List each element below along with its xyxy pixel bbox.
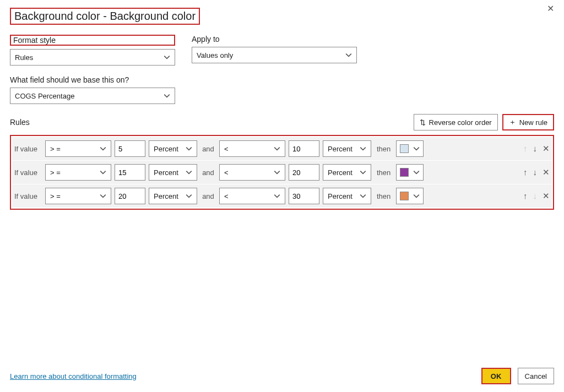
if-value-label: If value xyxy=(14,168,42,177)
operator2-select[interactable]: < xyxy=(219,140,285,157)
chevron-down-icon xyxy=(100,193,106,199)
new-rule-button[interactable]: ＋ New rule xyxy=(502,114,554,130)
apply-to-label: Apply to xyxy=(192,35,357,43)
operator1-value: > = xyxy=(50,145,61,153)
cancel-button[interactable]: Cancel xyxy=(518,368,554,384)
operator2-value: < xyxy=(224,168,229,177)
chevron-down-icon xyxy=(186,169,192,176)
unit2-select[interactable]: Percent xyxy=(323,140,371,157)
new-rule-label: New rule xyxy=(519,118,547,127)
apply-to-select[interactable]: Values only xyxy=(192,47,357,63)
operator2-select[interactable]: < xyxy=(219,164,285,181)
operator1-value: > = xyxy=(50,168,61,177)
chevron-down-icon xyxy=(164,54,170,61)
unit1-select[interactable]: Percent xyxy=(149,140,197,157)
move-down-icon[interactable]: ↓ xyxy=(533,167,538,177)
unit1-value: Percent xyxy=(154,145,178,153)
chevron-down-icon xyxy=(413,145,420,152)
reverse-color-order-label: Reverse color order xyxy=(429,118,492,127)
delete-rule-icon[interactable]: ✕ xyxy=(543,191,550,201)
unit2-value: Percent xyxy=(328,192,352,200)
move-up-icon: ↑ xyxy=(523,144,528,154)
chevron-down-icon xyxy=(186,145,192,152)
value1-input[interactable] xyxy=(115,188,145,204)
unit1-value: Percent xyxy=(154,192,178,200)
color-swatch xyxy=(400,192,409,200)
move-up-icon[interactable]: ↑ xyxy=(523,191,528,201)
and-label: and xyxy=(200,168,216,177)
value2-input[interactable] xyxy=(289,164,319,181)
move-down-icon[interactable]: ↓ xyxy=(533,144,538,154)
learn-more-link[interactable]: Learn more about conditional formatting xyxy=(10,372,137,380)
then-label: then xyxy=(375,145,393,153)
unit2-value: Percent xyxy=(328,145,352,153)
operator1-select[interactable]: > = xyxy=(45,188,111,204)
value2-input[interactable] xyxy=(289,188,319,204)
operator2-value: < xyxy=(224,145,229,153)
unit1-value: Percent xyxy=(154,168,178,177)
value1-input[interactable] xyxy=(115,164,145,181)
reverse-color-order-button[interactable]: ⇅ Reverse color order xyxy=(414,114,498,130)
if-value-label: If value xyxy=(14,145,42,153)
field-select[interactable]: COGS Percentage xyxy=(10,88,175,104)
chevron-down-icon xyxy=(100,169,106,176)
chevron-down-icon xyxy=(274,145,280,152)
apply-to-value: Values only xyxy=(197,51,233,59)
field-value: COGS Percentage xyxy=(15,92,74,100)
value2-input[interactable] xyxy=(289,140,319,157)
and-label: and xyxy=(200,145,216,153)
rule-row: If value> =Percentand<Percentthen↑↓✕ xyxy=(12,184,552,208)
sort-icon: ⇅ xyxy=(420,118,426,127)
unit2-select[interactable]: Percent xyxy=(323,164,371,181)
delete-rule-icon[interactable]: ✕ xyxy=(543,144,550,154)
color-select[interactable] xyxy=(396,140,424,157)
plus-icon: ＋ xyxy=(509,117,516,127)
color-select[interactable] xyxy=(396,188,424,204)
and-label: and xyxy=(200,192,216,200)
rules-list: If value> =Percentand<Percentthen↑↓✕If v… xyxy=(10,135,554,210)
operator1-select[interactable]: > = xyxy=(45,164,111,181)
chevron-down-icon xyxy=(413,169,420,176)
rule-row: If value> =Percentand<Percentthen↑↓✕ xyxy=(12,161,552,184)
operator1-value: > = xyxy=(50,192,61,200)
close-icon[interactable]: ✕ xyxy=(547,3,554,14)
rule-row: If value> =Percentand<Percentthen↑↓✕ xyxy=(12,137,552,161)
then-label: then xyxy=(375,168,393,177)
unit1-select[interactable]: Percent xyxy=(149,164,197,181)
operator1-select[interactable]: > = xyxy=(45,140,111,157)
chevron-down-icon xyxy=(274,169,280,176)
unit2-select[interactable]: Percent xyxy=(323,188,371,204)
color-swatch xyxy=(400,168,409,177)
chevron-down-icon xyxy=(413,193,420,199)
chevron-down-icon xyxy=(345,52,352,58)
rules-label: Rules xyxy=(10,118,30,127)
format-style-label: Format style xyxy=(10,35,175,46)
then-label: then xyxy=(375,192,393,200)
format-style-select[interactable]: Rules xyxy=(10,49,175,66)
what-field-label: What field should we base this on? xyxy=(10,75,554,84)
ok-button[interactable]: OK xyxy=(481,368,511,384)
unit2-value: Percent xyxy=(328,168,352,177)
operator2-value: < xyxy=(224,192,229,200)
chevron-down-icon xyxy=(100,145,106,152)
chevron-down-icon xyxy=(360,145,366,152)
move-up-icon[interactable]: ↑ xyxy=(523,167,528,177)
chevron-down-icon xyxy=(274,193,280,199)
color-swatch xyxy=(400,144,409,153)
value1-input[interactable] xyxy=(115,140,145,157)
chevron-down-icon xyxy=(164,92,170,99)
move-down-icon: ↓ xyxy=(533,191,538,201)
delete-rule-icon[interactable]: ✕ xyxy=(543,167,550,177)
chevron-down-icon xyxy=(360,193,366,199)
chevron-down-icon xyxy=(186,193,192,199)
chevron-down-icon xyxy=(360,169,366,176)
dialog-title: Background color - Background color xyxy=(10,8,200,25)
operator2-select[interactable]: < xyxy=(219,188,285,204)
unit1-select[interactable]: Percent xyxy=(149,188,197,204)
format-style-value: Rules xyxy=(15,53,33,62)
color-select[interactable] xyxy=(396,164,424,181)
if-value-label: If value xyxy=(14,192,42,200)
